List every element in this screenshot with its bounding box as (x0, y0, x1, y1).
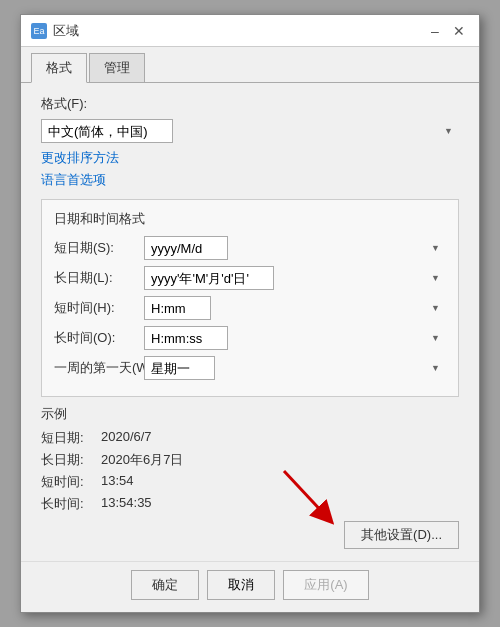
cancel-button[interactable]: 取消 (207, 570, 275, 600)
short-date-label: 短日期(S): (54, 239, 144, 257)
window-title: 区域 (53, 22, 79, 40)
example-long-time-value: 13:54:35 (101, 495, 152, 513)
example-short-date: 短日期: 2020/6/7 (41, 429, 459, 447)
other-settings-button[interactable]: 其他设置(D)... (344, 521, 459, 549)
format-select[interactable]: 中文(简体，中国) (41, 119, 173, 143)
long-time-select-wrapper: H:mm:ss (144, 326, 446, 350)
week-start-label: 一周的第一天(W): (54, 359, 144, 377)
red-arrow-icon (264, 466, 344, 526)
lang-pref-link[interactable]: 语言首选项 (41, 172, 106, 187)
example-long-date-value: 2020年6月7日 (101, 451, 183, 469)
example-short-time: 短时间: 13:54 (41, 473, 459, 491)
example-long-date-label: 长日期: (41, 451, 101, 469)
title-bar: Ea 区域 – ✕ (21, 15, 479, 47)
tabs-bar: 格式 管理 (21, 47, 479, 83)
example-long-time: 长时间: 13:54:35 (41, 495, 459, 513)
tab-manage[interactable]: 管理 (89, 53, 145, 82)
example-short-time-label: 短时间: (41, 473, 101, 491)
long-time-row: 长时间(O): H:mm:ss (54, 326, 446, 350)
format-select-wrapper: 中文(简体，中国) (41, 119, 459, 143)
short-time-label: 短时间(H): (54, 299, 144, 317)
window-icon: Ea (31, 23, 47, 39)
short-time-row: 短时间(H): H:mm (54, 296, 446, 320)
long-time-label: 长时间(O): (54, 329, 144, 347)
long-date-select-wrapper: yyyy'年'M'月'd'日' (144, 266, 446, 290)
datetime-group: 日期和时间格式 短日期(S): yyyy/M/d 长日期(L): yyyy'年'… (41, 199, 459, 397)
example-section: 示例 短日期: 2020/6/7 长日期: 2020年6月7日 短时间: 13:… (41, 405, 459, 513)
example-short-date-label: 短日期: (41, 429, 101, 447)
dialog-region: Ea 区域 – ✕ 格式 管理 格式(F): 中文(简体，中国) 更改排序方法 … (20, 14, 480, 613)
close-button[interactable]: ✕ (449, 21, 469, 41)
long-time-select[interactable]: H:mm:ss (144, 326, 228, 350)
week-start-select-wrapper: 星期一 (144, 356, 446, 380)
window-icon-text: Ea (33, 26, 44, 36)
dialog-content: 格式(F): 中文(简体，中国) 更改排序方法 语言首选项 日期和时间格式 短日… (21, 83, 479, 561)
format-label: 格式(F): (41, 95, 459, 113)
short-date-select[interactable]: yyyy/M/d (144, 236, 228, 260)
svg-line-1 (284, 471, 326, 516)
title-controls: – ✕ (425, 21, 469, 41)
title-bar-left: Ea 区域 (31, 22, 79, 40)
short-time-select[interactable]: H:mm (144, 296, 211, 320)
long-date-row: 长日期(L): yyyy'年'M'月'd'日' (54, 266, 446, 290)
long-date-label: 长日期(L): (54, 269, 144, 287)
other-settings-row: 其他设置(D)... (41, 521, 459, 549)
minimize-button[interactable]: – (425, 21, 445, 41)
short-time-select-wrapper: H:mm (144, 296, 446, 320)
week-start-select[interactable]: 星期一 (144, 356, 215, 380)
short-date-select-wrapper: yyyy/M/d (144, 236, 446, 260)
short-date-row: 短日期(S): yyyy/M/d (54, 236, 446, 260)
example-short-date-value: 2020/6/7 (101, 429, 152, 447)
tab-format[interactable]: 格式 (31, 53, 87, 83)
lang-pref-link-row: 语言首选项 (41, 171, 459, 189)
sort-method-link-row: 更改排序方法 (41, 149, 459, 167)
datetime-group-title: 日期和时间格式 (54, 210, 446, 228)
week-start-row: 一周的第一天(W): 星期一 (54, 356, 446, 380)
long-date-select[interactable]: yyyy'年'M'月'd'日' (144, 266, 274, 290)
ok-button[interactable]: 确定 (131, 570, 199, 600)
example-long-time-label: 长时间: (41, 495, 101, 513)
example-title: 示例 (41, 405, 459, 423)
sort-method-link[interactable]: 更改排序方法 (41, 150, 119, 165)
example-long-date: 长日期: 2020年6月7日 (41, 451, 459, 469)
dialog-footer: 确定 取消 应用(A) (21, 561, 479, 612)
apply-button[interactable]: 应用(A) (283, 570, 368, 600)
example-short-time-value: 13:54 (101, 473, 134, 491)
